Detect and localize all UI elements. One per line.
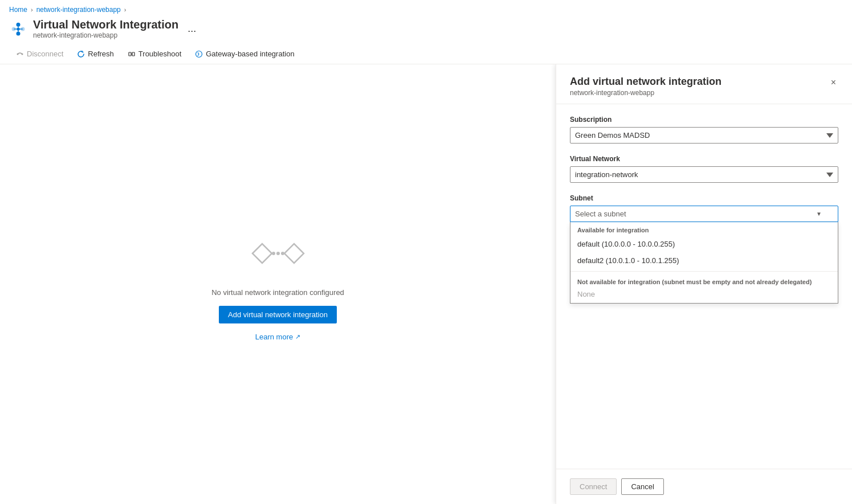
gateway-icon: [195, 50, 203, 58]
flyout-title-block: Add virtual network integration network-…: [570, 76, 721, 97]
subnet-group: Subnet Select a subnet ▼ Available for i…: [570, 194, 838, 222]
svg-point-19: [281, 252, 284, 255]
chevron-down-icon: ▼: [816, 211, 822, 217]
subscription-group: Subscription Green Demos MADSD: [570, 116, 838, 144]
breadcrumb-sep-1: ›: [31, 6, 33, 13]
gateway-label: Gateway-based integration: [206, 50, 294, 58]
disconnect-button[interactable]: Disconnect: [9, 46, 70, 62]
main-area: No virtual network integration configure…: [0, 64, 852, 504]
learn-more-text: Learn more: [255, 333, 293, 341]
available-header: Available for integration: [570, 222, 838, 236]
page-header: Virtual Network Integration network-inte…: [0, 16, 852, 44]
svg-marker-15: [252, 244, 272, 263]
connect-button: Connect: [570, 478, 617, 495]
page-title-block: Virtual Network Integration network-inte…: [33, 18, 178, 39]
virtual-network-select[interactable]: integration-network: [570, 166, 838, 183]
subnet-label: Subnet: [570, 194, 838, 202]
virtual-network-group: Virtual Network integration-network: [570, 155, 838, 183]
cancel-button[interactable]: Cancel: [621, 478, 663, 495]
flyout-footer: Connect Cancel: [556, 469, 852, 504]
breadcrumb: Home › network-integration-webapp ›: [0, 0, 852, 16]
refresh-label: Refresh: [88, 50, 114, 58]
refresh-button[interactable]: Refresh: [70, 46, 121, 62]
subnet-placeholder: Select a subnet: [575, 210, 626, 218]
page-subtitle: network-integration-webapp: [33, 31, 178, 39]
flyout-subtitle: network-integration-webapp: [570, 89, 721, 97]
svg-point-10: [22, 53, 23, 55]
external-link-icon: ↗: [295, 333, 300, 341]
subnet-option-default[interactable]: default (10.0.0.0 - 10.0.0.255): [570, 236, 838, 252]
troubleshoot-label: Troubleshoot: [138, 50, 181, 58]
subnet-select[interactable]: Select a subnet ▼: [570, 206, 838, 222]
troubleshoot-icon: [128, 50, 136, 58]
empty-state-text: No virtual network integration configure…: [211, 288, 344, 297]
troubleshoot-button[interactable]: Troubleshoot: [121, 46, 188, 62]
breadcrumb-sep-2: ›: [124, 6, 127, 13]
disconnect-label: Disconnect: [27, 50, 63, 58]
gateway-button[interactable]: Gateway-based integration: [188, 46, 301, 62]
flyout-title: Add virtual network integration: [570, 76, 721, 88]
flyout-body: Subscription Green Demos MADSD Virtual N…: [556, 104, 852, 469]
breadcrumb-home[interactable]: Home: [9, 6, 27, 14]
page-title: Virtual Network Integration: [33, 18, 178, 31]
toolbar: Disconnect Refresh Troubleshoot Gat: [0, 44, 852, 64]
svg-rect-12: [132, 52, 134, 56]
subnet-none: None: [570, 288, 838, 303]
svg-point-17: [272, 252, 275, 255]
flyout-header: Add virtual network integration network-…: [556, 64, 852, 104]
svg-point-9: [17, 53, 19, 55]
breadcrumb-app[interactable]: network-integration-webapp: [36, 6, 121, 14]
virtual-network-label: Virtual Network: [570, 155, 838, 163]
disconnect-icon: [16, 50, 24, 58]
flyout-close-button[interactable]: ×: [829, 76, 838, 89]
left-panel: No virtual network integration configure…: [0, 64, 556, 504]
subnet-dropdown: Available for integration default (10.0.…: [570, 222, 838, 304]
svg-marker-16: [284, 244, 304, 263]
more-options-button[interactable]: ...: [184, 22, 199, 36]
flyout-panel: Add virtual network integration network-…: [556, 64, 852, 504]
refresh-icon: [77, 50, 85, 58]
subscription-label: Subscription: [570, 116, 838, 124]
dropdown-divider: [570, 271, 838, 272]
subnet-option-default2[interactable]: default2 (10.0.1.0 - 10.0.1.255): [570, 252, 838, 269]
empty-state-icon: [244, 228, 312, 279]
subscription-select[interactable]: Green Demos MADSD: [570, 127, 838, 144]
unavailable-header: Not available for integration (subnet mu…: [570, 274, 838, 288]
svg-rect-11: [129, 52, 131, 56]
add-virtual-network-button[interactable]: Add virtual network integration: [219, 306, 337, 323]
svg-point-18: [276, 252, 280, 255]
learn-more-link[interactable]: Learn more ↗: [255, 333, 300, 341]
empty-state: No virtual network integration configure…: [211, 228, 344, 341]
virtual-network-icon: [9, 20, 27, 38]
